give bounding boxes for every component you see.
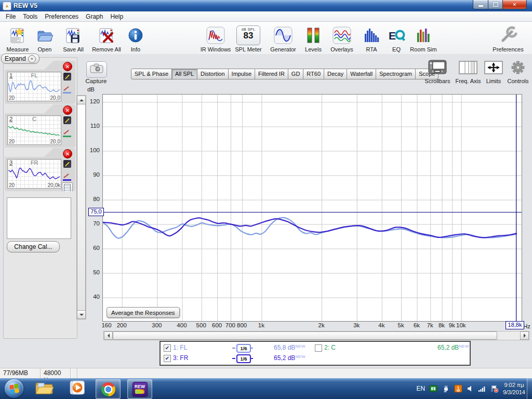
taskbar-media-player[interactable] <box>64 379 88 398</box>
toolbar-ir-windows-button[interactable]: IR Windows <box>198 23 233 52</box>
toolbar-label: RTA <box>366 46 377 52</box>
chevron-right-icon: » <box>28 55 36 63</box>
taskbar-explorer[interactable] <box>32 379 56 398</box>
toolbar-preferences-button[interactable]: Preferences <box>490 23 526 52</box>
toolbar-levels-button[interactable]: 0369Levels <box>301 23 325 52</box>
tab-all-spl[interactable]: All SPL <box>171 69 197 79</box>
toolbar-remove-all-button[interactable]: Remove All <box>89 23 124 52</box>
plug-icon[interactable] <box>442 384 450 393</box>
taskbar-rew[interactable]: REW <box>127 379 152 399</box>
menu-help[interactable]: Help <box>107 12 127 21</box>
tab-rt60[interactable]: RT60 <box>303 69 324 79</box>
flag-icon[interactable] <box>490 384 499 393</box>
date: 9/3/2014 <box>503 389 525 396</box>
app-green-icon[interactable] <box>429 384 437 393</box>
mini-chart: 1FL2020,0 <box>7 72 61 101</box>
measurement-card-fr[interactable]: 3FR2020,0k✕ <box>5 148 75 191</box>
menu-preferences[interactable]: Preferences <box>41 12 82 21</box>
change-cal-button[interactable]: Change Cal... <box>7 241 60 252</box>
x-tick-label: 200 <box>110 322 133 328</box>
smoothing-dash <box>232 348 235 349</box>
notes-icon[interactable] <box>62 182 73 193</box>
trace-fr <box>103 218 516 237</box>
toolbar-rta-button[interactable]: RTA <box>360 23 383 52</box>
taskbar: REW EN9:02 πμ9/3/2014 <box>0 378 532 399</box>
capture-button[interactable] <box>86 61 107 78</box>
toolbar-label: IR Windows <box>201 46 231 52</box>
measurement-card-fl[interactable]: 1FL2020,0✕ <box>5 61 75 104</box>
smoothing-badge[interactable]: 1/6 <box>236 354 251 363</box>
remove-measurement-button[interactable]: ✕ <box>63 105 72 115</box>
trace-color-icon[interactable] <box>63 85 72 94</box>
x-cursor-value[interactable]: 18,8k <box>506 321 524 329</box>
x-tick-label: 10k <box>449 322 472 328</box>
start-button[interactable] <box>5 379 23 398</box>
toolbar-label: Preferences <box>493 46 523 52</box>
toolbar-label: Measure <box>7 46 29 52</box>
average-responses-button[interactable]: Average the Responses <box>107 307 180 318</box>
legend-value: 65,2 dBNEW <box>274 354 305 362</box>
toolbar-label: SPL Meter <box>235 46 262 52</box>
toolbar-label: EQ <box>392 46 401 52</box>
horizontal-scrollbar[interactable] <box>103 331 529 340</box>
menu-graph[interactable]: Graph <box>82 12 107 21</box>
show-desktop-button[interactable] <box>527 378 532 399</box>
remove-measurement-button[interactable]: ✕ <box>63 62 72 71</box>
toolbar-generator-button[interactable]: Generator <box>268 23 298 52</box>
y-tick-label: 90 <box>82 171 100 178</box>
edit-measurement-icon[interactable] <box>63 160 71 168</box>
minimize-button[interactable] <box>473 0 488 9</box>
smoothing-badge[interactable]: 1/6 <box>236 344 251 353</box>
info-icon <box>127 25 144 46</box>
expand-button[interactable]: Expand » <box>1 54 39 64</box>
rew-icon: REW <box>132 382 148 397</box>
language-indicator[interactable]: EN <box>417 385 425 392</box>
scrollbars-button[interactable]: Scrollbars <box>420 58 455 84</box>
main-toolbar: MeasureOpenSave AllRemove AllInfoIR Wind… <box>0 22 532 55</box>
java-icon[interactable] <box>454 384 462 393</box>
maximize-button[interactable] <box>488 0 502 9</box>
spl-plot-area[interactable] <box>102 94 522 322</box>
tab-impulse[interactable]: Impulse <box>228 69 256 79</box>
ir-windows-icon <box>206 25 225 46</box>
tab-gd[interactable]: GD <box>288 69 304 79</box>
y-cursor-value[interactable]: 75,0 <box>88 208 104 216</box>
toolbar-open-button[interactable]: Open <box>31 23 58 52</box>
toolbar-eq-button[interactable]: EEQ <box>385 23 407 52</box>
legend-checkbox-1fl[interactable]: ✔ <box>164 344 171 352</box>
notes-box[interactable] <box>7 197 71 239</box>
smoothing-dash <box>232 358 235 359</box>
measurement-card-c[interactable]: 2C2020,0✕ <box>5 104 75 148</box>
legend-checkbox-2c[interactable] <box>315 344 322 352</box>
tab-spectrogram[interactable]: Spectrogram <box>376 69 416 79</box>
svg-text:3: 3 <box>312 32 314 35</box>
x-axis-unit: Hz <box>523 323 530 329</box>
edit-measurement-icon[interactable] <box>63 116 71 124</box>
legend-value: 65,8 dBNEW <box>274 344 305 351</box>
toolbar-info-button[interactable]: Info <box>125 23 147 52</box>
toolbar-save-all-button[interactable]: Save All <box>58 23 88 52</box>
trace-color-icon[interactable] <box>63 172 72 181</box>
speaker-icon[interactable] <box>467 385 474 392</box>
tab-distortion[interactable]: Distortion <box>197 69 228 79</box>
measurements-panel: 1FL2020,0✕2C2020,0✕3FR2020,0k✕ Change Ca… <box>3 57 77 339</box>
tab-decay[interactable]: Decay <box>324 69 347 79</box>
network-icon[interactable] <box>478 385 486 392</box>
legend-checkbox-3fr[interactable]: ✔ <box>164 355 171 362</box>
edit-measurement-icon[interactable] <box>63 73 71 81</box>
tab-filtered-ir[interactable]: Filtered IR <box>255 69 288 79</box>
menu-file[interactable]: File <box>2 12 19 21</box>
toolbar-spl-meter-button[interactable]: dB SPL83SPL Meter <box>233 23 264 52</box>
remove-measurement-button[interactable]: ✕ <box>63 149 72 158</box>
tab-waterfall[interactable]: Waterfall <box>347 69 376 79</box>
trace-color-icon[interactable] <box>63 128 72 137</box>
clock[interactable]: 9:02 πμ9/3/2014 <box>503 381 525 396</box>
toolbar-overlays-button[interactable]: Overlays <box>327 23 356 52</box>
toolbar-room-sim-button[interactable]: Room Sim <box>408 23 438 52</box>
taskbar-chrome[interactable] <box>96 379 121 399</box>
menu-tools[interactable]: Tools <box>19 12 41 21</box>
close-button[interactable]: ✕ <box>502 0 527 9</box>
tab-spl-phase[interactable]: SPL & Phase <box>131 69 172 79</box>
controls-button[interactable]: Controls <box>500 58 532 84</box>
toolbar-measure-button[interactable]: Measure <box>4 23 31 52</box>
